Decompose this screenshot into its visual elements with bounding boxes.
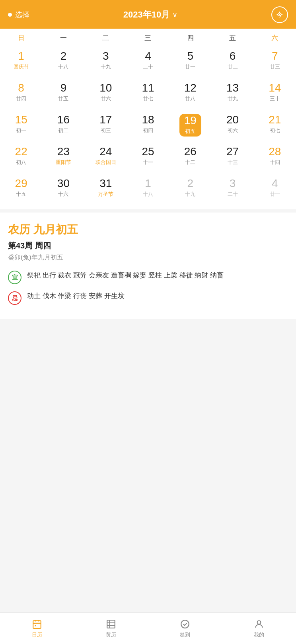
- day-lunar: 十九: [101, 63, 111, 70]
- day-number: 4: [272, 178, 278, 190]
- day-lunar: 十三: [228, 159, 238, 166]
- user-icon: [253, 619, 265, 630]
- weekday-headers: 日一二三四五六: [0, 29, 296, 46]
- yi-text: 祭祀 出行 裁衣 冠笄 会亲友 造畜稠 嫁娶 竖柱 上梁 移徙 纳财 纳畜: [27, 270, 224, 281]
- calendar-day-32[interactable]: 1十八: [127, 174, 169, 205]
- day-number: 28: [269, 146, 281, 158]
- nav-label: 签到: [180, 631, 190, 638]
- day-lunar: 廿一: [185, 63, 195, 70]
- calendar-day-8[interactable]: 8廿四: [0, 78, 42, 110]
- svg-point-10: [257, 621, 261, 624]
- calendar-day-24[interactable]: 24联合国日: [85, 142, 127, 174]
- day-number: 6: [230, 50, 236, 62]
- day-number: 1: [18, 50, 24, 62]
- day-number: 30: [57, 178, 70, 190]
- calendar-day-14[interactable]: 14三十: [254, 78, 296, 110]
- svg-point-9: [181, 620, 189, 628]
- calendar-day-15[interactable]: 15初一: [0, 110, 42, 142]
- day-number: 27: [226, 146, 239, 158]
- day-lunar: 廿九: [228, 95, 238, 102]
- day-number: 3: [103, 50, 109, 62]
- calendar-day-31[interactable]: 31万圣节: [85, 174, 127, 205]
- calendar-day-28[interactable]: 28十四: [254, 142, 296, 174]
- calendar-day-12[interactable]: 12廿八: [169, 78, 211, 110]
- day-lunar: 廿七: [143, 95, 153, 102]
- day-lunar: 初七: [270, 127, 280, 134]
- day-number: 17: [99, 114, 112, 126]
- calendar-day-2[interactable]: 2十八: [42, 46, 84, 78]
- calendar-day-23[interactable]: 23重阳节: [42, 142, 84, 174]
- calendar-day-16[interactable]: 16初二: [42, 110, 84, 142]
- calendar-day-27[interactable]: 27十三: [211, 142, 253, 174]
- calendar-day-22[interactable]: 22初八: [0, 142, 42, 174]
- day-number: 25: [142, 146, 154, 158]
- month-title[interactable]: 2023年10月 ∨: [123, 9, 177, 21]
- nav-label: 日历: [32, 631, 42, 638]
- calendar-day-17[interactable]: 17初三: [85, 110, 127, 142]
- day-number: 24: [99, 146, 112, 158]
- calendar-day-11[interactable]: 11廿七: [127, 78, 169, 110]
- day-lunar: 廿一: [270, 191, 280, 198]
- yi-badge: 宜: [8, 271, 21, 284]
- nav-label: 我的: [254, 631, 264, 638]
- calendar: 日一二三四五六 1国庆节2十八3十九4二十5廿一6廿二7廿三8廿四9廿五10廿六…: [0, 29, 296, 209]
- calendar-day-33[interactable]: 2十九: [169, 174, 211, 205]
- calendar-day-21[interactable]: 21初七: [254, 110, 296, 142]
- day-lunar: 初四: [143, 127, 153, 134]
- day-number: 2: [60, 50, 67, 62]
- calendar-day-26[interactable]: 26十二: [169, 142, 211, 174]
- calendar-day-18[interactable]: 18初四: [127, 110, 169, 142]
- day-lunar: 廿八: [185, 95, 195, 102]
- day-lunar: 重阳节: [56, 159, 71, 166]
- svg-rect-0: [33, 621, 41, 628]
- calendar-day-29[interactable]: 29十五: [0, 174, 42, 205]
- app-header: 选择 2023年10月 ∨ 今: [0, 0, 296, 29]
- ji-text: 动土 伐木 作梁 行丧 安葬 开生坟: [27, 291, 125, 302]
- location-icon: [8, 13, 12, 17]
- calendar-day-34[interactable]: 3二十: [211, 174, 253, 205]
- calendar-day-13[interactable]: 13廿九: [211, 78, 253, 110]
- nav-item-黄历[interactable]: 黄历: [105, 619, 117, 638]
- calendar-day-10[interactable]: 10廿六: [85, 78, 127, 110]
- calendar-day-20[interactable]: 20初六: [211, 110, 253, 142]
- calendar-icon: [31, 619, 43, 630]
- nav-item-日历[interactable]: 日历: [31, 619, 43, 638]
- ji-row: 忌 动土 伐木 作梁 行丧 安葬 开生坟: [8, 291, 288, 305]
- calendar-grid: 1国庆节2十八3十九4二十5廿一6廿二7廿三8廿四9廿五10廿六11廿七12廿八…: [0, 46, 296, 209]
- day-number: 3: [230, 178, 236, 190]
- calendar-day-35[interactable]: 4廿一: [254, 174, 296, 205]
- nav-label: 黄历: [106, 631, 116, 638]
- nav-item-我的[interactable]: 我的: [253, 619, 265, 638]
- calendar-day-19[interactable]: 19初五: [169, 110, 211, 142]
- weekday-六: 六: [254, 33, 296, 43]
- today-button[interactable]: 今: [271, 6, 288, 23]
- day-lunar: 十一: [143, 159, 153, 166]
- calendar-day-3[interactable]: 3十九: [85, 46, 127, 78]
- svg-rect-5: [107, 620, 115, 628]
- lunar-title: 农历 九月初五: [8, 222, 288, 237]
- day-lunar: 廿三: [270, 63, 280, 70]
- calendar-day-1[interactable]: 1国庆节: [0, 46, 42, 78]
- day-number: 29: [15, 178, 27, 190]
- day-number: 2: [187, 178, 193, 190]
- day-lunar: 二十: [228, 191, 238, 198]
- calendar-day-25[interactable]: 25十一: [127, 142, 169, 174]
- day-lunar: 十二: [185, 159, 195, 166]
- day-number: 12: [184, 82, 197, 94]
- calendar-day-6[interactable]: 6廿二: [211, 46, 253, 78]
- day-lunar: 万圣节: [98, 191, 113, 198]
- day-number: 19: [184, 115, 197, 127]
- weekday-一: 一: [42, 33, 84, 43]
- select-label: 选择: [15, 10, 29, 20]
- calendar-day-7[interactable]: 7廿三: [254, 46, 296, 78]
- day-number: 23: [57, 146, 70, 158]
- day-lunar: 国庆节: [14, 63, 29, 70]
- calendar-day-4[interactable]: 4二十: [127, 46, 169, 78]
- calendar-day-30[interactable]: 30十六: [42, 174, 84, 205]
- location-select[interactable]: 选择: [8, 10, 29, 20]
- nav-item-签到[interactable]: 签到: [179, 619, 191, 638]
- calendar-day-5[interactable]: 5廿一: [169, 46, 211, 78]
- day-lunar: 初五: [185, 128, 195, 135]
- day-lunar: 初三: [101, 127, 111, 134]
- calendar-day-9[interactable]: 9廿五: [42, 78, 84, 110]
